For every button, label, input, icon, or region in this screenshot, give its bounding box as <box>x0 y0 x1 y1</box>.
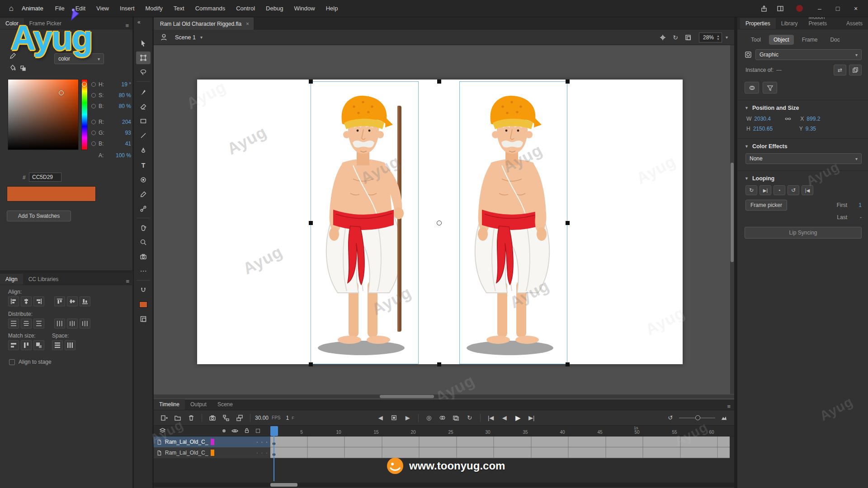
h-radio[interactable] <box>91 82 96 87</box>
fps-value[interactable]: 30.00 <box>255 415 269 421</box>
workspace-icon[interactable] <box>774 5 787 12</box>
play-button[interactable]: ▶ <box>512 413 524 423</box>
h-prop-value[interactable]: 2150.65 <box>753 126 781 132</box>
layer-name[interactable]: Ram_Lal_Old_C_ <box>165 450 208 456</box>
add-camera-button[interactable] <box>207 413 218 423</box>
zoom-control[interactable]: 28% ▲ ▼ <box>699 33 722 42</box>
menu-view[interactable]: View <box>91 0 114 17</box>
menu-insert[interactable]: Insert <box>114 0 140 17</box>
align-left-button[interactable] <box>8 296 19 306</box>
window-minimize-button[interactable]: – <box>812 0 827 17</box>
match-width-button[interactable] <box>8 340 19 350</box>
hand-tool[interactable] <box>136 221 151 234</box>
rectangle-tool[interactable] <box>136 115 151 127</box>
x-value[interactable]: 899.2 <box>807 116 820 122</box>
selection-outline-left[interactable] <box>311 81 419 364</box>
loop-button[interactable]: ↻ <box>745 185 757 195</box>
more-tools-button[interactable]: ⋯ <box>136 265 151 277</box>
default-colors-icon[interactable] <box>20 65 26 71</box>
align-panel-menu-icon[interactable]: ≡ <box>122 278 133 285</box>
layer-row-1[interactable]: Ram_Lal_Old_C_ · · · <box>154 436 270 447</box>
zoom-down-icon[interactable]: ▼ <box>717 38 720 41</box>
loop-reverse-button[interactable]: ↺ <box>788 185 799 195</box>
tab-align[interactable]: Align <box>0 274 23 285</box>
scene-breadcrumb[interactable]: Scene 1 <box>175 34 196 41</box>
h-value[interactable]: 19 ° <box>122 81 131 88</box>
tab-assets[interactable]: Assets <box>841 18 868 29</box>
last-value[interactable]: - <box>853 214 862 221</box>
add-to-swatches-button[interactable]: Add To Swatches <box>7 211 71 221</box>
distribute-left-button[interactable] <box>54 319 65 328</box>
r-value[interactable]: 204 <box>122 119 131 125</box>
collapse-panel-icon[interactable]: « <box>137 19 141 25</box>
b-radio[interactable] <box>91 104 96 108</box>
transform-handle-tr[interactable] <box>566 80 570 84</box>
distribute-middle-v-button[interactable] <box>21 319 32 328</box>
window-maximize-button[interactable]: □ <box>830 0 845 17</box>
timeline-zoom-slider[interactable] <box>679 418 715 418</box>
color-effect-dropdown[interactable]: None ▾ <box>745 153 862 164</box>
scene-chevron-icon[interactable]: ▾ <box>200 35 203 40</box>
space-vertical-button[interactable] <box>52 340 63 350</box>
delete-button[interactable] <box>185 413 197 423</box>
rotate-view-icon[interactable]: ↻ <box>669 34 682 41</box>
transform-handle-ml[interactable] <box>309 221 313 225</box>
s-value[interactable]: 80 % <box>119 92 131 99</box>
onion-skin-button[interactable]: ◎ <box>423 413 435 423</box>
lip-syncing-button[interactable]: Lip Syncing <box>745 227 862 239</box>
line-tool[interactable] <box>136 129 151 142</box>
selection-outline-right[interactable] <box>459 81 567 364</box>
subtab-tool[interactable]: Tool <box>746 35 765 45</box>
layer-frames-2[interactable] <box>270 447 730 458</box>
stroke-color-pencil-icon[interactable] <box>9 52 16 60</box>
menu-control[interactable]: Control <box>231 0 260 17</box>
layer-frames-1[interactable] <box>270 436 730 447</box>
transform-handle-tm[interactable] <box>437 80 441 84</box>
distribute-right-button[interactable] <box>80 319 90 328</box>
b2-radio[interactable] <box>91 141 96 146</box>
r-radio[interactable] <box>91 120 96 124</box>
frame-view-options-button[interactable] <box>718 413 730 423</box>
snap-to-objects-icon[interactable] <box>136 284 151 296</box>
document-tab[interactable]: Ram Lal Old Character Rigged.fla × <box>154 18 254 30</box>
tab-frame-picker[interactable]: Frame Picker <box>24 18 67 29</box>
frame-picker-button[interactable]: Frame picker <box>745 200 787 211</box>
gradient-marker[interactable] <box>59 90 64 95</box>
transform-center-point[interactable] <box>437 221 442 225</box>
current-frame-value[interactable]: 1 <box>286 415 289 421</box>
playhead[interactable] <box>270 426 278 436</box>
menu-modify[interactable]: Modify <box>140 0 168 17</box>
step-back-button[interactable]: ◀ <box>499 413 510 423</box>
fill-color-bucket-icon[interactable] <box>9 64 16 71</box>
color-type-dropdown[interactable]: color ▾ <box>54 53 104 64</box>
align-center-h-button[interactable] <box>21 296 32 306</box>
w-value[interactable]: 2030.4 <box>754 116 782 122</box>
menu-file[interactable]: File <box>50 0 70 17</box>
edit-multiple-frames-button[interactable] <box>450 413 462 423</box>
fill-color-swatch[interactable] <box>136 298 151 311</box>
app-menu[interactable]: Animate <box>22 5 43 12</box>
menu-window[interactable]: Window <box>288 0 320 17</box>
visibility-column-icon[interactable] <box>231 427 238 434</box>
zoom-value[interactable]: 28% <box>703 34 714 41</box>
home-icon[interactable]: ⌂ <box>5 0 18 17</box>
symbol-type-dropdown[interactable]: Graphic ▾ <box>755 49 862 60</box>
eraser-tool[interactable] <box>136 100 151 113</box>
tab-scene[interactable]: Scene <box>212 399 238 410</box>
current-color-swatch[interactable] <box>7 186 96 202</box>
tab-output[interactable]: Output <box>185 399 212 410</box>
space-horizontal-button[interactable] <box>65 340 75 350</box>
convert-symbol-button[interactable] <box>849 65 862 75</box>
tab-timeline[interactable]: Timeline <box>154 399 185 410</box>
frame-ruler[interactable]: 1s 2s 5 10 15 20 25 30 35 40 45 50 55 60 <box>270 426 734 436</box>
menu-text[interactable]: Text <box>168 0 190 17</box>
canvas-v-scrollbar[interactable] <box>730 45 734 394</box>
tab-library[interactable]: Library <box>776 18 803 29</box>
swap-symbol-button[interactable]: ⇄ <box>834 65 846 75</box>
s-radio[interactable] <box>91 93 96 98</box>
layer-parenting-button[interactable] <box>220 413 232 423</box>
layer-color-chip[interactable] <box>211 450 214 456</box>
tab-properties[interactable]: Properties <box>740 18 776 29</box>
prev-keyframe-button[interactable]: ◀ <box>375 413 387 423</box>
timeline-scrollbar[interactable] <box>154 483 734 487</box>
